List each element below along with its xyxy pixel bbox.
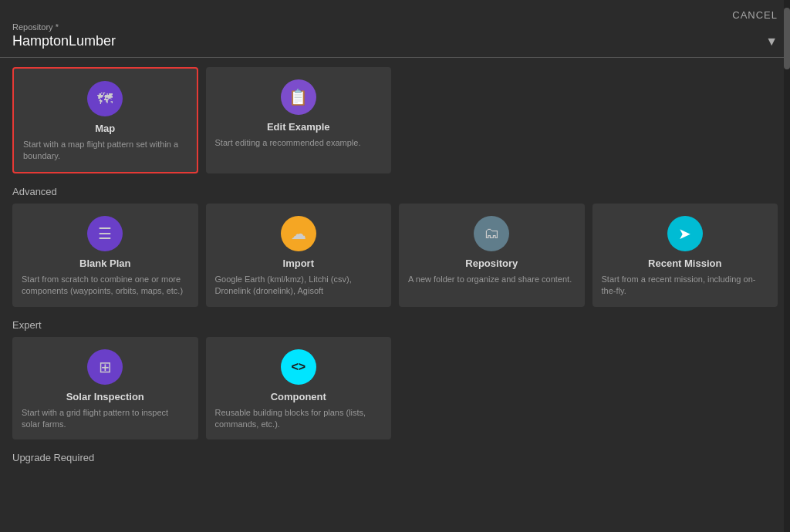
- import-card-title: Import: [215, 258, 383, 269]
- cancel-button[interactable]: CANCEL: [732, 8, 778, 21]
- edit-example-card-desc: Start editing a recommended example.: [215, 137, 361, 149]
- edit-example-icon-wrap: 📋: [215, 79, 383, 115]
- map-card-icon-wrap: 🗺: [23, 81, 187, 116]
- edit-example-card-title: Edit Example: [215, 121, 383, 133]
- map-card[interactable]: 🗺 Map Start with a map flight pattern se…: [12, 67, 198, 173]
- recent-mission-card[interactable]: ➤ Recent Mission Start from a recent mis…: [592, 204, 778, 307]
- repository-section: Repository * HamptonLumber ▼: [0, 21, 790, 58]
- solar-inspection-card[interactable]: ⊞ Solar Inspection Start with a grid fli…: [12, 337, 198, 440]
- basic-empty-1: [399, 67, 585, 173]
- blank-plan-card[interactable]: ☰ Blank Plan Start from scratch to combi…: [12, 204, 198, 307]
- scrollbar-thumb[interactable]: [784, 8, 790, 69]
- edit-example-icon: 📋: [281, 79, 316, 115]
- expert-section-label: Expert: [12, 319, 778, 331]
- repository-card-title: Repository: [408, 258, 576, 269]
- repository-card-desc: A new folder to organize and share conte…: [408, 274, 572, 285]
- map-card-title: Map: [23, 123, 187, 134]
- map-icon: 🗺: [87, 81, 123, 116]
- component-card-desc: Reusable building blocks for plans (list…: [215, 407, 383, 431]
- blank-plan-icon-wrap: ☰: [22, 216, 189, 251]
- advanced-section-label: Advanced: [12, 186, 778, 197]
- advanced-cards-row: ☰ Blank Plan Start from scratch to combi…: [12, 204, 778, 307]
- solar-inspection-card-title: Solar Inspection: [22, 391, 189, 402]
- import-card[interactable]: ☁ Import Google Earth (kml/kmz), Litchi …: [206, 204, 392, 307]
- repo-value: HamptonLumber: [12, 33, 116, 49]
- component-icon-wrap: <>: [215, 349, 383, 385]
- repo-label: Repository *: [12, 22, 778, 32]
- component-card-title: Component: [215, 391, 383, 402]
- expert-empty-1: [399, 337, 585, 440]
- main-content: 🗺 Map Start with a map flight pattern se…: [0, 58, 790, 530]
- repository-icon: 🗂: [474, 216, 509, 251]
- import-icon-wrap: ☁: [215, 216, 383, 251]
- repository-card[interactable]: 🗂 Repository A new folder to organize an…: [399, 204, 585, 307]
- dropdown-arrow-icon[interactable]: ▼: [765, 35, 778, 49]
- repository-icon-wrap: 🗂: [408, 216, 576, 251]
- recent-mission-icon: ➤: [667, 216, 703, 251]
- basic-empty-2: [592, 67, 778, 173]
- expert-cards-row: ⊞ Solar Inspection Start with a grid fli…: [12, 337, 778, 440]
- blank-plan-card-title: Blank Plan: [22, 258, 189, 269]
- basic-cards-row: 🗺 Map Start with a map flight pattern se…: [12, 67, 778, 173]
- solar-inspection-icon: ⊞: [87, 349, 123, 385]
- recent-mission-card-title: Recent Mission: [602, 258, 769, 269]
- component-card[interactable]: <> Component Reusable building blocks fo…: [206, 337, 392, 440]
- recent-mission-card-desc: Start from a recent mission, including o…: [602, 274, 769, 298]
- upgrade-required-label: Upgrade Required: [12, 452, 778, 463]
- map-card-desc: Start with a map flight pattern set with…: [23, 139, 187, 163]
- solar-inspection-card-desc: Start with a grid flight pattern to insp…: [22, 407, 189, 431]
- blank-plan-card-desc: Start from scratch to combine one or mor…: [22, 274, 189, 298]
- import-icon: ☁: [281, 216, 316, 251]
- expert-empty-2: [592, 337, 778, 440]
- import-card-desc: Google Earth (kml/kmz), Litchi (csv), Dr…: [215, 274, 383, 298]
- scrollbar-track[interactable]: [784, 0, 790, 532]
- recent-mission-icon-wrap: ➤: [602, 216, 769, 251]
- component-icon: <>: [281, 349, 316, 385]
- edit-example-card[interactable]: 📋 Edit Example Start editing a recommend…: [206, 67, 392, 173]
- blank-plan-icon: ☰: [87, 216, 123, 251]
- solar-inspection-icon-wrap: ⊞: [22, 349, 189, 385]
